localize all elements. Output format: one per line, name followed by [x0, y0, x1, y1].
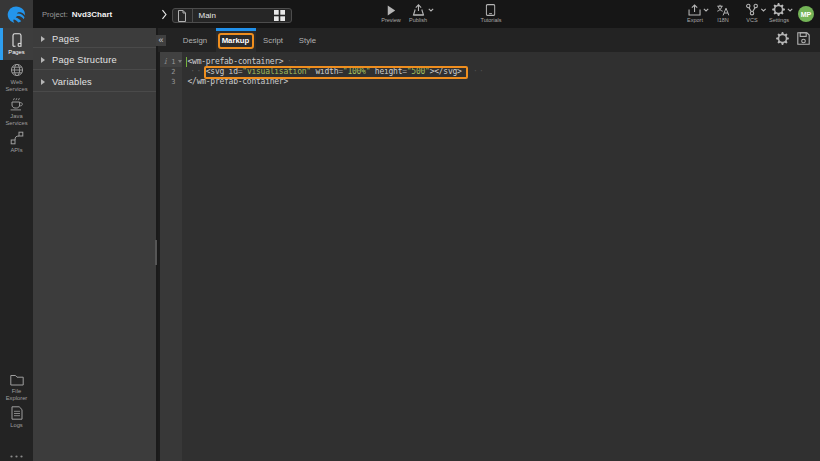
active-item-indicator — [0, 28, 3, 60]
wavemaker-logo[interactable] — [0, 0, 33, 28]
panel-scrollbar-thumb[interactable] — [155, 240, 157, 265]
action-label: Settings — [769, 17, 789, 23]
panel-section-label: Variables — [52, 77, 92, 87]
page-icon — [11, 33, 23, 47]
active-tab-indicator — [216, 28, 256, 31]
rail-item-label: Pages — [8, 49, 24, 56]
ellipsis-icon — [10, 444, 23, 461]
preview-button[interactable]: Preview — [381, 4, 401, 25]
editor-settings-button[interactable] — [776, 28, 789, 52]
publish-button[interactable]: Publish — [409, 4, 427, 25]
tab-design[interactable]: Design — [174, 28, 216, 52]
breadcrumb-chevron-icon[interactable] — [161, 9, 168, 20]
caret-down-icon — [704, 0, 710, 16]
code-line-annotation — [204, 66, 468, 78]
gear-icon — [776, 31, 789, 49]
left-rail: PagesWebServicesJavaServicesAPIsFileExpl… — [0, 28, 33, 461]
tab-script[interactable]: Script — [254, 28, 292, 52]
collapse-panel-button[interactable]: « — [156, 35, 166, 46]
caret-down-icon — [427, 0, 433, 16]
export-icon — [689, 4, 702, 16]
rail-item-java-services[interactable]: JavaServices — [0, 94, 33, 128]
code-editor[interactable]: i1<wm-prefab-container>2··· <svg id="vis… — [158, 52, 820, 461]
project-name: Nvd3Chart — [72, 10, 112, 19]
rail-item-label: FileExplorer — [6, 388, 28, 401]
play-icon — [386, 4, 396, 16]
rail-item-pages[interactable]: Pages — [0, 28, 33, 60]
wavemaker-logo-icon — [6, 2, 27, 26]
panel-section-label: Pages — [52, 34, 79, 44]
line-number: 3 — [171, 77, 175, 87]
trailing-whitespace-dots: ·· — [287, 57, 299, 66]
branch-icon — [746, 4, 759, 16]
nodes-icon — [10, 131, 24, 145]
rail-item-label: APIs — [10, 147, 22, 154]
page-file-icon[interactable] — [173, 9, 193, 22]
wavemaker-ide: Project: Nvd3Chart Main — [0, 0, 820, 461]
project-title: Project: Nvd3Chart — [42, 0, 112, 28]
action-label: Export — [687, 17, 703, 23]
gutter-line-1: i1 — [160, 57, 183, 67]
tab-style[interactable]: Style — [290, 28, 326, 52]
export-button[interactable]: Export — [687, 4, 703, 25]
publish-icon — [410, 4, 425, 16]
page-selector-value[interactable]: Main — [193, 11, 269, 20]
panel-section-variables[interactable]: Variables — [33, 70, 156, 92]
lint-info-icon: i — [164, 57, 167, 67]
gutter-line-3: 3 — [160, 77, 183, 87]
rail-item-web-services[interactable]: WebServices — [0, 60, 33, 94]
pages-panel: PagesPage StructureVariables — [33, 28, 156, 461]
page-selector[interactable]: Main — [172, 8, 292, 23]
save-button[interactable] — [797, 28, 810, 52]
panel-section-label: Page Structure — [52, 55, 117, 65]
action-label: VCS — [746, 17, 757, 23]
rail-item-label: Logs — [10, 422, 23, 429]
globe-icon — [10, 63, 24, 77]
tutorials-button[interactable]: Tutorials — [481, 4, 502, 25]
gear-icon — [773, 4, 786, 16]
action-label: I18N — [717, 17, 729, 23]
folder-icon — [10, 374, 24, 386]
collapsed-arrow-icon — [41, 79, 45, 85]
line-number: 1 — [171, 57, 175, 67]
coffee-icon — [9, 97, 24, 111]
action-label: Preview — [381, 17, 401, 23]
topbar: Project: Nvd3Chart Main — [0, 0, 820, 28]
project-label: Project: — [42, 10, 68, 19]
action-label: Tutorials — [481, 17, 502, 23]
fold-arrow-icon[interactable] — [178, 60, 182, 63]
i18n-button[interactable]: I18N — [717, 4, 730, 25]
grid-icon[interactable] — [269, 9, 291, 22]
device-icon — [486, 4, 496, 16]
collapsed-arrow-icon — [41, 57, 45, 63]
code-line-3: </wm-prefab-container> — [188, 77, 288, 87]
gutter-line-2: 2 — [160, 67, 183, 77]
vcs-button[interactable]: VCS — [746, 4, 759, 25]
rail-item-apis[interactable]: APIs — [0, 128, 33, 154]
markup-tab-annotation — [218, 33, 254, 49]
settings-button[interactable]: Settings — [769, 4, 789, 25]
rail-item-label: JavaServices — [5, 113, 27, 126]
rail-item-logs[interactable]: Logs — [0, 403, 33, 429]
collapsed-arrow-icon — [41, 36, 45, 42]
panel-section-pages[interactable]: Pages — [33, 28, 156, 48]
logs-icon — [11, 406, 23, 420]
trailing-whitespace-dots: ·· — [473, 67, 485, 76]
rail-more-button[interactable] — [0, 444, 33, 461]
caret-down-icon — [788, 0, 794, 16]
rail-item-file-explorer[interactable]: FileExplorer — [0, 371, 33, 405]
caret-down-icon — [761, 0, 767, 16]
rail-item-label: WebServices — [5, 79, 27, 92]
panel-section-page-structure[interactable]: Page Structure — [33, 48, 156, 70]
avatar[interactable]: MP — [798, 6, 814, 22]
action-label: Publish — [409, 17, 427, 23]
save-icon — [797, 31, 810, 49]
editor-gutter — [160, 52, 183, 461]
text-cursor — [186, 57, 187, 68]
editor-tabbar: DesignMarkupScriptStyle — [158, 28, 820, 52]
translate-icon — [717, 4, 730, 16]
line-number: 2 — [171, 67, 175, 77]
